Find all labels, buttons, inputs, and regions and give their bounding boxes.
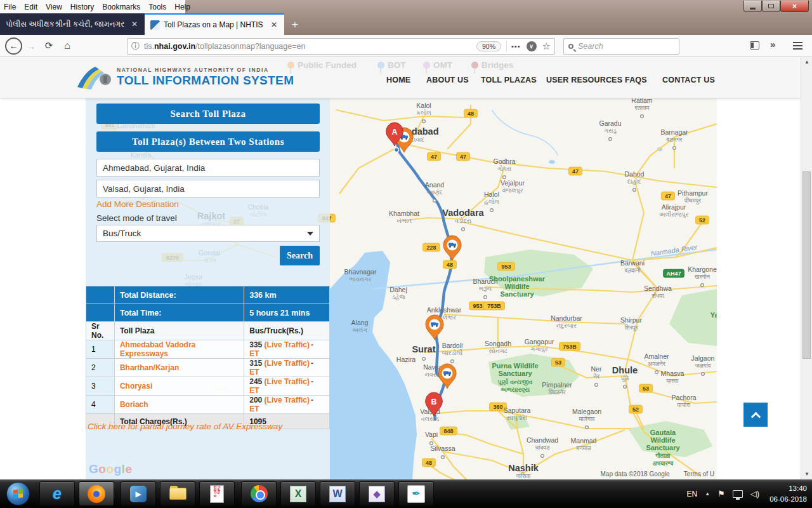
sidebar-icon[interactable] [750, 41, 759, 50]
search-toll-plaza-button[interactable]: Search Toll Plaza [96, 104, 320, 124]
tab-close-icon[interactable]: ✕ [130, 20, 139, 29]
action-center-flag-icon[interactable]: ⚑ [717, 489, 725, 498]
volume-icon[interactable]: ◁) [750, 489, 759, 498]
menu-item[interactable]: Edit [24, 3, 37, 11]
home-icon[interactable]: ⌂ [58, 40, 77, 51]
minimize-button[interactable] [743, 1, 762, 12]
site-nav-item[interactable]: USER RESOURCES [546, 76, 622, 84]
origin-input[interactable] [96, 159, 320, 177]
site-logo[interactable]: NATIONAL HIGHWAYS AUTHORITY OF INDIA TOL… [76, 64, 294, 90]
road-badge-label: 753B [563, 344, 577, 350]
site-nav-item[interactable]: ABOUT US [426, 76, 469, 84]
toll-between-stations-button[interactable]: Toll Plaza(s) Between Two Stations [96, 131, 320, 152]
taskbar-file-explorer[interactable] [160, 481, 195, 506]
taskbar-media-player[interactable]: ▶ [121, 481, 156, 506]
et-link[interactable]: ET [249, 349, 259, 358]
map-town-dot [609, 138, 612, 141]
et-link[interactable]: ET [249, 386, 259, 395]
scrollbar-down-arrow[interactable]: ▼ [801, 469, 812, 479]
mode-of-travel-select[interactable]: Bus/Truck [96, 225, 320, 242]
menu-item[interactable]: Bookmarks [102, 3, 140, 11]
terms-link[interactable]: Terms of U [684, 471, 714, 478]
live-traffic-link[interactable]: (Live Traffic) [265, 359, 310, 368]
taskbar-word[interactable]: W [320, 481, 355, 506]
site-nav-item[interactable]: CONTACT US [662, 76, 715, 84]
page-actions-icon[interactable]: ••• [511, 43, 521, 50]
map-label: Vadodara [442, 208, 484, 218]
et-link[interactable]: ET [249, 368, 259, 377]
search-button[interactable]: Search [280, 246, 320, 265]
back-icon[interactable]: ← [5, 37, 22, 55]
start-button[interactable] [6, 482, 30, 505]
live-traffic-link[interactable]: (Live Traffic) [265, 396, 310, 404]
live-traffic-link[interactable]: (Live Traffic) [265, 340, 310, 349]
map-town-dot [702, 373, 705, 376]
et-link[interactable]: ET [249, 404, 259, 413]
url-bar[interactable]: ⓘ tis.nhai.gov.in/tollplazasonmap?langua… [127, 38, 555, 55]
toll-plaza-link[interactable]: Ahmedabad Vadodra Expressways [120, 340, 195, 358]
taskbar-excel[interactable]: X [280, 481, 316, 506]
taskbar-sqlyog[interactable]: ✒ [398, 481, 434, 506]
new-tab-button[interactable]: + [287, 17, 303, 32]
scrollbar-up-arrow[interactable]: ▲ [801, 57, 812, 67]
site-nav-item[interactable]: HOME [386, 76, 410, 84]
close-button[interactable]: × [780, 1, 809, 12]
toll-plaza-link[interactable]: Bharthan/Karjan [120, 363, 179, 372]
tab-close-icon[interactable]: ✕ [270, 20, 278, 29]
menu-item[interactable]: View [46, 3, 62, 11]
clock[interactable]: 13:40 06-06-2018 [769, 483, 807, 504]
toll-plaza-link[interactable]: Boriach [120, 400, 148, 409]
language-indicator[interactable]: EN [687, 490, 698, 498]
scrollbar-thumb[interactable] [802, 171, 811, 359]
row-sr: 2 [86, 359, 115, 377]
site-info-icon[interactable]: ⓘ [131, 41, 140, 52]
map-town-dot [701, 284, 704, 287]
taskbar-photo-viewer[interactable]: ◆ [359, 481, 395, 506]
map-label: अभयारण्य [653, 460, 674, 467]
map-label: Wildlife [504, 283, 529, 290]
page-scrollbar[interactable]: ▲ ▼ [801, 57, 812, 479]
network-icon[interactable] [733, 490, 743, 498]
map-label-local: વડોદરા [455, 217, 471, 224]
tab-inactive[interactable]: પોલીસ અધીક્ષકશ્રીની કચેરી, જામનગર ✕ [0, 13, 145, 35]
map-label: Ner [591, 365, 602, 373]
search-icon [568, 44, 573, 49]
map-container[interactable]: 48474747475222848953AH47953753B753B53535… [86, 98, 717, 479]
restore-button[interactable] [762, 1, 780, 12]
taskbar-chrome[interactable] [241, 481, 277, 506]
map-label: Pimpalner [542, 381, 572, 389]
menu-hamburger-icon[interactable] [793, 42, 802, 51]
toll-plaza-link[interactable]: Choryasi [120, 382, 152, 391]
tab-active[interactable]: Toll Plazas on a Map | NHTIS ✕ [145, 13, 284, 35]
menu-item[interactable]: History [70, 3, 94, 11]
firefox-icon [88, 485, 105, 503]
zoom-level-badge[interactable]: 90% [476, 41, 501, 51]
map-label-local: અલીરાજપુર [658, 211, 688, 218]
map-label: Songadh [485, 340, 511, 347]
taskbar-tally[interactable]: Tally ERP 9 [199, 481, 235, 506]
search-bar[interactable]: Search [563, 38, 679, 55]
hidden-icons-arrow[interactable]: ▲ [705, 491, 710, 497]
reload-icon[interactable]: ⟳ [40, 40, 58, 51]
site-nav-item[interactable]: TOLL PLAZAS [481, 76, 537, 84]
forward-icon[interactable]: → [22, 41, 40, 51]
map-label: Khargone [688, 265, 717, 273]
scroll-to-top-button[interactable] [743, 403, 768, 427]
add-more-destination-link[interactable]: Add More Destination [96, 199, 179, 209]
pocket-icon[interactable]: ∨ [527, 41, 537, 51]
map-label: Mhasva [661, 370, 684, 377]
bookmark-star-icon[interactable]: ☆ [542, 41, 551, 52]
destination-input[interactable] [96, 180, 320, 197]
browser-menubar: FileEditViewHistoryBookmarksToolsHelp [0, 0, 185, 13]
partial-journey-link[interactable]: Click here for partial journey rate of A… [88, 422, 282, 431]
taskbar-ie[interactable]: e [39, 481, 75, 506]
site-nav-item[interactable]: FAQS [625, 76, 647, 84]
overflow-chevrons-icon[interactable]: » [770, 39, 775, 50]
menu-item[interactable]: Help [174, 3, 190, 11]
menu-item[interactable]: File [4, 3, 16, 11]
live-traffic-link[interactable]: (Live Traffic) [265, 377, 310, 386]
menu-item[interactable]: Tools [148, 3, 166, 11]
taskbar-firefox[interactable] [79, 481, 114, 506]
route-search-panel: Search Toll Plaza Toll Plaza(s) Between … [86, 98, 330, 479]
road-badge-label: 753B [487, 303, 501, 309]
